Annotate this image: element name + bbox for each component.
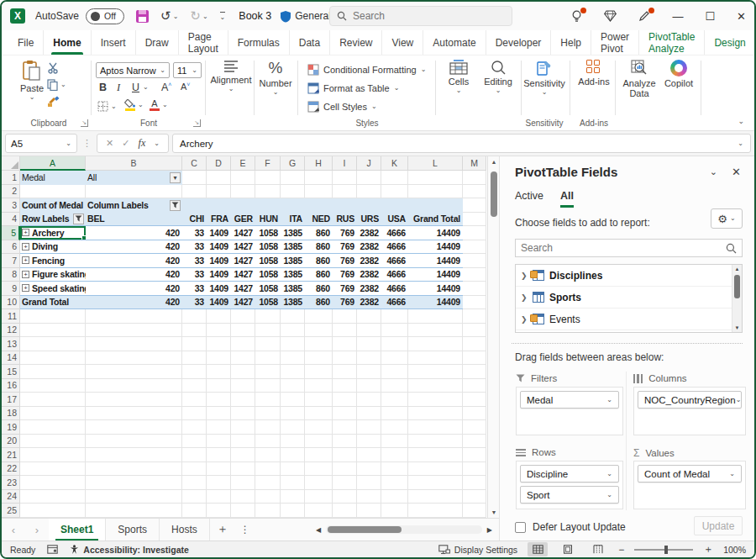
row-header-10[interactable]: 10 [2,296,20,310]
cell-K17[interactable] [381,393,408,407]
cell-I7[interactable]: 769 [333,254,357,268]
col-header-J[interactable]: J [357,156,381,171]
cell-A8[interactable]: +Figure skating [20,268,86,282]
cell-C14[interactable] [182,351,207,366]
fx-chevron-icon[interactable]: ⌄ [154,141,160,146]
cell-J1[interactable] [357,171,381,185]
cell-E5[interactable]: 1427 [231,226,255,240]
cell-E16[interactable] [231,379,255,393]
cell-I24[interactable] [333,490,357,504]
cell-M19[interactable] [463,420,486,435]
cell-F24[interactable] [255,490,281,504]
cell-K1[interactable] [381,171,408,185]
row-header-9[interactable]: 9 [2,282,20,296]
cell-C11[interactable] [182,309,207,324]
cell-K5[interactable]: 4666 [381,226,408,240]
cell-K4[interactable]: USA [381,213,408,227]
cell-G15[interactable] [281,365,305,379]
cell-I13[interactable] [333,337,357,351]
copilot-button[interactable]: Copilot [662,60,696,88]
cell-L19[interactable] [408,420,463,435]
cell-H17[interactable] [305,393,333,407]
expand-icon[interactable]: + [22,243,29,250]
field-expand-chevron-icon[interactable]: ❯ [521,315,528,324]
cell-B4[interactable]: BEL [86,213,182,227]
row-header-19[interactable]: 19 [2,420,20,435]
cell-D8[interactable]: 1409 [207,268,231,282]
cell-H1[interactable] [305,171,333,185]
cell-D25[interactable] [207,504,231,518]
chip-chevron-icon[interactable]: ⌄ [606,398,612,403]
cell-K12[interactable] [381,324,408,338]
normal-view-button[interactable] [528,542,548,556]
field-item-disciplines[interactable]: ❯Disciplines [516,265,742,287]
cell-M23[interactable] [463,476,486,490]
cell-G4[interactable]: ITA [281,213,305,227]
cell-C4[interactable]: CHI [182,213,207,227]
cell-L8[interactable]: 14409 [408,268,463,282]
cell-F6[interactable]: 1058 [255,240,281,255]
column-labels-filter-icon[interactable] [170,200,181,211]
cell-E6[interactable]: 1427 [231,240,255,255]
cell-I18[interactable] [333,407,357,421]
cell-D3[interactable] [207,198,231,213]
cell-B22[interactable] [86,462,182,477]
cell-L12[interactable] [408,324,463,338]
cell-M18[interactable] [463,407,486,421]
cell-C16[interactable] [182,379,207,393]
cell-H12[interactable] [305,324,333,338]
name-box-chevron-icon[interactable]: ⌄ [66,141,71,146]
cell-J3[interactable] [357,198,381,213]
cell-H2[interactable] [305,185,333,199]
cell-J23[interactable] [357,476,381,490]
cell-B17[interactable] [86,393,182,407]
cell-I19[interactable] [333,420,357,435]
chip-chevron-icon[interactable]: ⌄ [736,398,742,403]
field-expand-chevron-icon[interactable]: ❯ [521,293,528,302]
cell-E20[interactable] [231,435,255,449]
tab-home[interactable]: Home [44,30,91,55]
clipboard-dialog-launcher-icon[interactable] [81,119,88,127]
cell-G17[interactable] [281,393,305,407]
cell-A15[interactable] [20,365,86,379]
cell-K18[interactable] [381,407,408,421]
cell-G3[interactable] [281,198,305,213]
cell-I17[interactable] [333,393,357,407]
cell-E3[interactable] [231,198,255,213]
cell-H5[interactable]: 860 [305,226,333,240]
cell-F5[interactable]: 1058 [255,226,281,240]
cell-M11[interactable] [463,309,486,324]
cell-E22[interactable] [231,462,255,477]
cell-M20[interactable] [463,435,486,449]
cell-K23[interactable] [381,476,408,490]
cell-E21[interactable] [231,448,255,462]
cell-J4[interactable]: URS [357,213,381,227]
cell-H8[interactable]: 860 [305,268,333,282]
cell-H24[interactable] [305,490,333,504]
zoom-level[interactable]: 100% [723,545,746,555]
cell-H23[interactable] [305,476,333,490]
italic-button[interactable]: I [117,82,120,94]
cell-E7[interactable]: 1427 [231,254,255,268]
cell-I15[interactable] [333,365,357,379]
cell-D15[interactable] [207,365,231,379]
tab-help[interactable]: Help [551,30,591,55]
cell-G21[interactable] [281,448,305,462]
cell-I14[interactable] [333,351,357,366]
cell-C13[interactable] [182,337,207,351]
report-filter-dropdown-icon[interactable]: ▾ [170,172,181,183]
cell-K15[interactable] [381,365,408,379]
font-dialog-launcher-icon[interactable] [193,119,201,127]
borders-button[interactable]: ⌄ [97,101,117,112]
cell-G20[interactable] [281,435,305,449]
cell-D2[interactable] [207,185,231,199]
cell-I4[interactable]: RUS [333,213,357,227]
cell-E24[interactable] [231,490,255,504]
cell-D5[interactable]: 1409 [207,226,231,240]
cell-F4[interactable]: HUN [255,213,281,227]
cell-A23[interactable] [20,476,86,490]
copy-button[interactable]: ⌄ [47,79,66,91]
cell-C20[interactable] [182,435,207,449]
tab-page-layout[interactable]: Page Layout [179,30,228,55]
cell-G6[interactable]: 1385 [281,240,305,255]
